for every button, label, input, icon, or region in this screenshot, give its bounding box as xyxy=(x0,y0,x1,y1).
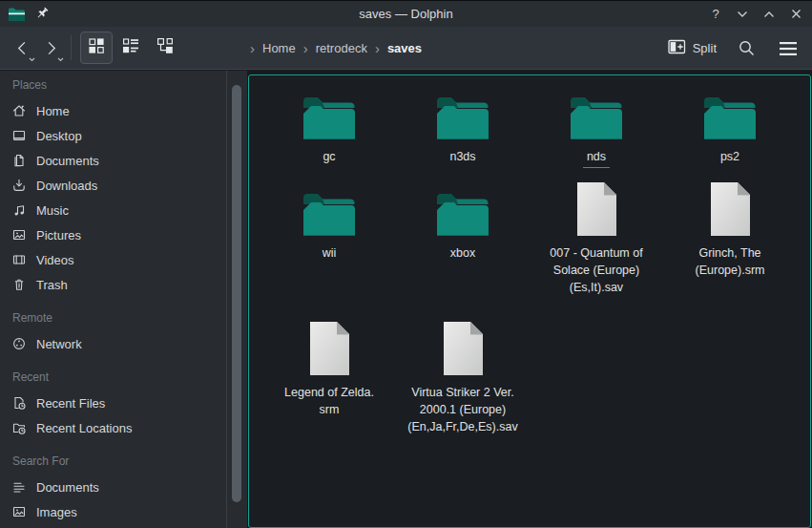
toolbar-right: Split xyxy=(666,27,802,70)
dolphin-window: saves — Dolphin ? xyxy=(0,0,812,528)
breadcrumb-separator-icon: › xyxy=(250,41,255,55)
item-label: Virtua Striker 2 Ver.2000.1 (Europe)(En,… xyxy=(407,384,517,435)
downloads-icon xyxy=(11,178,27,193)
titlebar: saves — Dolphin ? xyxy=(0,1,812,27)
folder-icon xyxy=(436,91,489,140)
compact-view-button[interactable] xyxy=(115,32,147,64)
places-panel: PlacesHomeDesktopDocumentsDownloadsMusic… xyxy=(0,71,247,528)
toolbar-separator xyxy=(71,35,72,60)
file-grid: gc n3ds nds ps2 wii xbox 007 - Quantum o… xyxy=(249,91,810,435)
item-label: Legend of Zelda.srm xyxy=(284,384,374,418)
help-button[interactable]: ? xyxy=(705,4,726,25)
grid-row: wii xbox 007 - Quantum ofSolace (Europe)… xyxy=(262,181,810,296)
sidebar-item-downloads[interactable]: Downloads xyxy=(0,173,247,198)
file-item-007-quantum-of-solace-europe-es-it-sav[interactable]: 007 - Quantum ofSolace (Europe)(Es,It).s… xyxy=(530,181,663,296)
sidebar-sections: PlacesHomeDesktopDocumentsDownloadsMusic… xyxy=(0,71,247,528)
sidebar-section-title: Places xyxy=(0,71,247,98)
sidebar-item-recent-locations[interactable]: Recent Locations xyxy=(0,415,247,440)
file-item-legend-of-zelda-srm[interactable]: Legend of Zelda.srm xyxy=(262,321,396,435)
sidebar-item-label: Recent Locations xyxy=(36,421,132,435)
maximize-button[interactable] xyxy=(759,4,780,25)
folder-item-xbox[interactable]: xbox xyxy=(396,181,530,296)
sidebar-scrollbar-thumb[interactable] xyxy=(232,85,241,502)
sidebar-scrollbar-track[interactable] xyxy=(226,71,227,528)
item-label: ps2 xyxy=(720,148,739,165)
compact-view-icon xyxy=(121,36,140,59)
close-button[interactable] xyxy=(785,4,806,25)
search-button[interactable] xyxy=(732,34,760,63)
sidebar-item-documents[interactable]: Documents xyxy=(0,148,247,173)
recent-locations-icon xyxy=(11,420,27,435)
file-icon xyxy=(307,321,351,376)
documents-icon xyxy=(11,153,27,168)
sidebar-item-trash[interactable]: Trash xyxy=(0,272,247,297)
folder-item-wii[interactable]: wii xyxy=(262,181,396,296)
hamburger-menu-button[interactable] xyxy=(774,34,802,63)
item-label: xbox xyxy=(450,244,475,262)
search-documents-icon xyxy=(11,479,27,495)
file-item-grinch-the-europe-srm[interactable]: Grinch, The(Europe).srm xyxy=(663,181,797,296)
sidebar-item-label: Documents xyxy=(36,480,99,495)
folder-icon xyxy=(436,181,489,237)
sidebar-item-label: Music xyxy=(36,203,69,218)
minimize-button[interactable] xyxy=(732,4,753,25)
sidebar-item-label: Downloads xyxy=(36,179,97,193)
sidebar-item-label: Network xyxy=(36,337,82,351)
music-icon xyxy=(11,202,27,218)
folder-item-nds[interactable]: nds xyxy=(530,91,663,168)
file-icon xyxy=(441,321,485,376)
split-button[interactable]: Split xyxy=(666,35,718,61)
sidebar-section-title: Recent xyxy=(0,363,247,391)
pin-icon[interactable] xyxy=(35,7,50,21)
item-label: n3ds xyxy=(449,148,475,165)
item-label: gc xyxy=(323,148,335,165)
sidebar-item-label: Recent Files xyxy=(36,396,105,411)
item-label: 007 - Quantum ofSolace (Europe)(Es,It).s… xyxy=(550,244,642,296)
sidebar-item-label: Pictures xyxy=(36,228,81,243)
sidebar-item-documents[interactable]: Documents xyxy=(0,475,247,499)
back-button[interactable] xyxy=(8,32,36,64)
sidebar-item-music[interactable]: Music xyxy=(0,198,247,222)
icons-view-button[interactable] xyxy=(80,32,113,64)
forward-dropdown-icon[interactable] xyxy=(57,57,64,62)
search-images-icon xyxy=(11,504,27,519)
folder-item-n3ds[interactable]: n3ds xyxy=(396,91,530,168)
folder-icon xyxy=(570,91,623,140)
breadcrumb-separator-icon: › xyxy=(303,41,308,55)
desktop-icon xyxy=(11,128,27,143)
forward-button[interactable] xyxy=(36,32,65,64)
sidebar-item-label: Documents xyxy=(36,154,99,168)
item-label: nds xyxy=(583,148,610,168)
breadcrumb-item-home[interactable]: Home xyxy=(262,41,296,55)
trash-icon xyxy=(11,277,27,292)
sidebar-item-images[interactable]: Images xyxy=(0,499,247,524)
sidebar-section-title: Search For xyxy=(0,447,247,475)
recent-files-icon xyxy=(11,395,27,411)
folder-icon xyxy=(703,91,757,140)
folder-view[interactable]: gc n3ds nds ps2 wii xbox 007 - Quantum o… xyxy=(248,74,811,528)
sidebar-item-audio[interactable]: Audio xyxy=(0,524,247,528)
folder-item-ps2[interactable]: ps2 xyxy=(663,91,797,168)
sidebar-item-pictures[interactable]: Pictures xyxy=(0,222,247,247)
sidebar-item-network[interactable]: Network xyxy=(0,331,247,356)
sidebar-item-desktop[interactable]: Desktop xyxy=(0,123,247,148)
item-label: wii xyxy=(323,244,337,262)
back-dropdown-icon[interactable] xyxy=(29,57,35,62)
breadcrumb-item-retrodeck[interactable]: retrodeck xyxy=(316,41,367,55)
grid-row: Legend of Zelda.srm Virtua Striker 2 Ver… xyxy=(262,321,810,435)
sidebar-item-recent-files[interactable]: Recent Files xyxy=(0,391,247,415)
sidebar-item-label: Videos xyxy=(36,253,74,267)
sidebar-item-label: Desktop xyxy=(36,129,82,143)
breadcrumb: ›Home›retrodeck›saves xyxy=(250,27,422,70)
sidebar-item-videos[interactable]: Videos xyxy=(0,247,247,272)
folder-icon xyxy=(302,181,356,237)
sidebar-section-title: Remote xyxy=(0,304,247,331)
file-item-virtua-striker-2-ver-2000-1-europe-en-ja-fr-de-es-sav[interactable]: Virtua Striker 2 Ver.2000.1 (Europe)(En,… xyxy=(396,321,530,435)
grid-row: gc n3ds nds ps2 xyxy=(262,91,810,168)
tree-view-button[interactable] xyxy=(149,32,181,64)
videos-icon xyxy=(11,252,27,267)
breadcrumb-item-saves[interactable]: saves xyxy=(387,41,422,55)
folder-item-gc[interactable]: gc xyxy=(262,91,396,168)
sidebar-item-home[interactable]: Home xyxy=(0,98,247,123)
pictures-icon xyxy=(11,227,27,243)
